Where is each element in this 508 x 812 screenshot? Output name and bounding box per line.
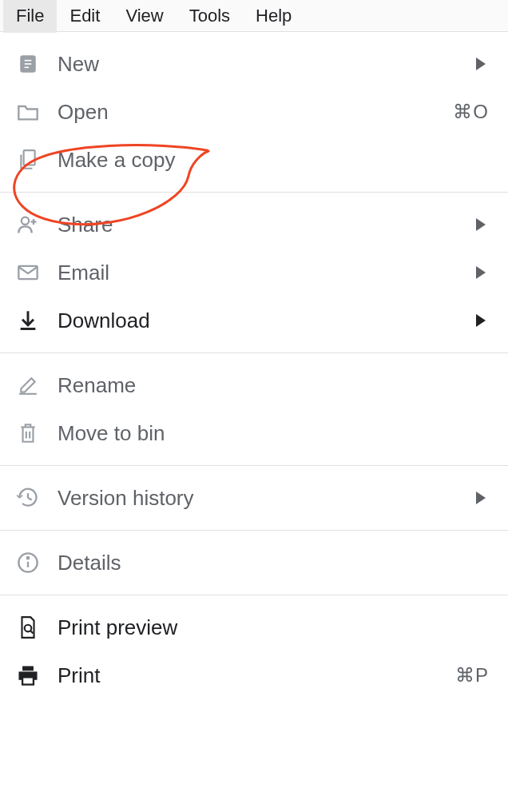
menu-label: Details [58,551,492,575]
doc-icon [16,52,40,76]
svg-rect-23 [22,677,34,684]
menu-label: Move to bin [58,421,492,446]
folder-icon [16,100,40,124]
menubar-file[interactable]: File [3,0,57,33]
svg-point-19 [25,625,32,632]
menubar-tools[interactable]: Tools [177,0,243,33]
menu-group: Rename Move to bin [0,353,508,466]
menu-label: Print [58,663,455,688]
menu-label: Make a copy [58,148,492,173]
person-add-icon [16,213,40,237]
menu-item-details[interactable]: Details [0,539,508,587]
menu-item-new[interactable]: New [0,40,508,88]
menubar-edit[interactable]: Edit [57,0,113,33]
copy-icon [16,148,40,172]
menu-group: Details [0,531,508,595]
menu-shortcut: ⌘P [455,664,489,687]
menu-label: Open [58,100,453,125]
menu-label: Rename [58,373,492,398]
menu-label: New [58,52,476,77]
menu-item-download[interactable]: Download [0,297,508,344]
svg-point-5 [22,217,29,225]
svg-line-15 [28,498,32,500]
menu-group: Share Email Download [0,193,508,353]
menu-item-print[interactable]: Print ⌘P [0,651,508,699]
menu-group: Version history [0,466,508,531]
menu-item-version-history[interactable]: Version history [0,474,508,522]
info-icon [16,551,40,575]
menu-label: Version history [58,486,476,511]
menu-shortcut: ⌘O [453,101,489,123]
menu-item-open[interactable]: Open ⌘O [0,88,508,136]
history-icon [16,486,40,510]
menu-item-share[interactable]: Share [0,201,508,249]
menu-item-email[interactable]: Email [0,249,508,297]
svg-rect-4 [24,150,35,165]
mail-icon [16,261,40,285]
menubar-help[interactable]: Help [243,0,304,33]
pencil-icon [16,373,40,397]
print-icon [16,663,40,687]
submenu-arrow-icon [476,314,486,327]
svg-rect-21 [22,666,34,671]
menu-label: Email [58,261,476,285]
menu-label: Print preview [58,615,492,640]
menu-group: Print preview Print ⌘P [0,595,508,707]
download-icon [16,308,40,332]
menu-item-print-preview[interactable]: Print preview [0,603,508,651]
file-menu-dropdown: New Open ⌘O Make a copy [0,32,508,707]
svg-line-20 [30,631,33,633]
menubar-view[interactable]: View [113,0,176,33]
menu-item-rename[interactable]: Rename [0,361,508,409]
submenu-arrow-icon [476,58,486,70]
trash-icon [16,421,40,445]
submenu-arrow-icon [476,266,486,279]
menu-item-make-a-copy[interactable]: Make a copy [0,136,508,184]
menu-item-move-to-bin[interactable]: Move to bin [0,409,508,457]
menu-label: Download [58,308,476,333]
submenu-arrow-icon [476,492,486,504]
print-preview-icon [16,615,40,639]
menubar: File Edit View Tools Help [0,0,508,32]
svg-point-18 [27,557,29,559]
menu-label: Share [58,213,476,237]
submenu-arrow-icon [476,218,486,231]
menu-group: New Open ⌘O Make a copy [0,32,508,193]
